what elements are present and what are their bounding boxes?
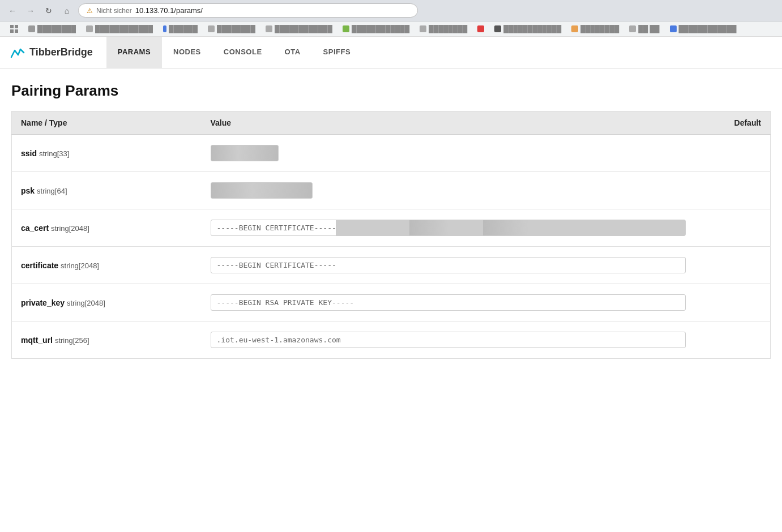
param-value-cell[interactable] bbox=[202, 321, 695, 359]
param-type: string[256] bbox=[55, 336, 89, 345]
tab-console[interactable]: CONSOLE bbox=[212, 37, 274, 68]
param-value-cell[interactable] bbox=[202, 247, 695, 284]
bookmark-2[interactable]: ████████████ bbox=[82, 23, 157, 35]
table-header-row: Name / Type Value Default bbox=[12, 111, 771, 135]
param-value-cell[interactable] bbox=[202, 209, 695, 247]
bookmark-8[interactable] bbox=[473, 24, 489, 34]
param-default-cell bbox=[695, 172, 771, 209]
bookmark-12[interactable]: ████████████ bbox=[665, 23, 741, 35]
param-name: private_key bbox=[21, 298, 65, 307]
not-secure-label: Nicht sicher bbox=[96, 7, 132, 15]
param-default-cell bbox=[695, 247, 771, 284]
page-title: Pairing Params bbox=[11, 82, 771, 100]
page-content: Pairing Params Name / Type Value Default… bbox=[0, 68, 782, 372]
param-value-cell[interactable] bbox=[202, 135, 695, 172]
param-value-cell[interactable] bbox=[202, 284, 695, 321]
param-name: ssid bbox=[21, 149, 37, 158]
bookmark-3[interactable]: ██████ bbox=[159, 23, 202, 35]
param-name-cell: certificate string[2048] bbox=[12, 247, 202, 284]
param-name-cell: ssid string[33] bbox=[12, 135, 202, 172]
app-name: TibberBridge bbox=[29, 46, 93, 58]
bookmark-7[interactable]: ████████ bbox=[415, 23, 472, 35]
bookmark-5[interactable]: ████████████ bbox=[261, 23, 337, 35]
bookmarks-bar: ████████ ████████████ ██████ ████████ ██… bbox=[0, 22, 782, 37]
tibberbridge-logo-icon bbox=[9, 45, 25, 61]
param-type: string[64] bbox=[37, 187, 67, 195]
param-type: string[33] bbox=[39, 149, 69, 158]
param-default-cell bbox=[695, 284, 771, 321]
tab-nodes[interactable]: NODES bbox=[162, 37, 212, 68]
table-row: certificate string[2048] bbox=[12, 247, 771, 284]
param-name: certificate bbox=[21, 261, 58, 270]
params-table: Name / Type Value Default ssid string[33… bbox=[11, 111, 771, 359]
param-name: ca_cert bbox=[21, 224, 49, 233]
param-name: psk bbox=[21, 186, 35, 195]
forward-button[interactable]: → bbox=[24, 4, 37, 18]
col-header-default: Default bbox=[695, 111, 771, 135]
browser-chrome: ← → ↻ ⌂ ⚠ Nicht sicher 10.133.70.1/param… bbox=[0, 0, 782, 22]
param-value-cell[interactable] bbox=[202, 172, 695, 209]
param-name-cell: private_key string[2048] bbox=[12, 284, 202, 321]
bookmark-9[interactable]: ████████████ bbox=[490, 23, 566, 35]
reload-button[interactable]: ↻ bbox=[42, 4, 55, 18]
home-button[interactable]: ⌂ bbox=[60, 4, 74, 18]
app-logo: TibberBridge bbox=[9, 45, 93, 61]
app-header: TibberBridge PARAMS NODES CONSOLE OTA SP… bbox=[0, 37, 782, 68]
bookmark-4[interactable]: ████████ bbox=[203, 23, 260, 35]
security-warning-icon: ⚠ bbox=[87, 7, 93, 15]
col-header-value: Value bbox=[202, 111, 695, 135]
bookmark-10[interactable]: ████████ bbox=[567, 23, 623, 35]
param-type: string[2048] bbox=[51, 224, 89, 233]
param-name: mqtt_url bbox=[21, 336, 53, 345]
bookmark-1[interactable]: ████████ bbox=[24, 23, 80, 35]
param-type: string[2048] bbox=[67, 299, 105, 307]
param-input-psk[interactable] bbox=[211, 182, 313, 199]
param-name-cell: mqtt_url string[256] bbox=[12, 321, 202, 359]
col-header-name-type: Name / Type bbox=[12, 111, 202, 135]
address-bar[interactable]: ⚠ Nicht sicher 10.133.70.1/params/ bbox=[78, 3, 418, 18]
param-name-cell: ca_cert string[2048] bbox=[12, 209, 202, 247]
table-row: ca_cert string[2048] bbox=[12, 209, 771, 247]
bookmark-6[interactable]: ████████████ bbox=[338, 23, 414, 35]
param-default-cell bbox=[695, 135, 771, 172]
param-input-private-key[interactable] bbox=[211, 294, 686, 311]
table-row: ssid string[33] bbox=[12, 135, 771, 172]
tab-ota[interactable]: OTA bbox=[274, 37, 312, 68]
nav-tabs: PARAMS NODES CONSOLE OTA SPIFFS bbox=[106, 37, 362, 68]
param-input-ssid[interactable] bbox=[211, 145, 279, 161]
table-row: mqtt_url string[256] bbox=[12, 321, 771, 359]
bookmark-11[interactable]: ██ ██ bbox=[625, 23, 664, 35]
back-button[interactable]: ← bbox=[6, 4, 19, 18]
url-display: 10.133.70.1/params/ bbox=[135, 6, 203, 15]
tab-params[interactable]: PARAMS bbox=[106, 37, 162, 68]
param-input-ca-cert[interactable] bbox=[211, 220, 686, 236]
table-row: psk string[64] bbox=[12, 172, 771, 209]
bookmarks-apps[interactable] bbox=[6, 23, 23, 35]
param-type: string[2048] bbox=[61, 261, 99, 270]
param-input-certificate[interactable] bbox=[211, 257, 686, 273]
param-name-cell: psk string[64] bbox=[12, 172, 202, 209]
table-row: private_key string[2048] bbox=[12, 284, 771, 321]
param-input-mqtt-url[interactable] bbox=[211, 332, 686, 348]
tab-spiffs[interactable]: SPIFFS bbox=[312, 37, 362, 68]
param-default-cell bbox=[695, 209, 771, 247]
param-default-cell bbox=[695, 321, 771, 359]
